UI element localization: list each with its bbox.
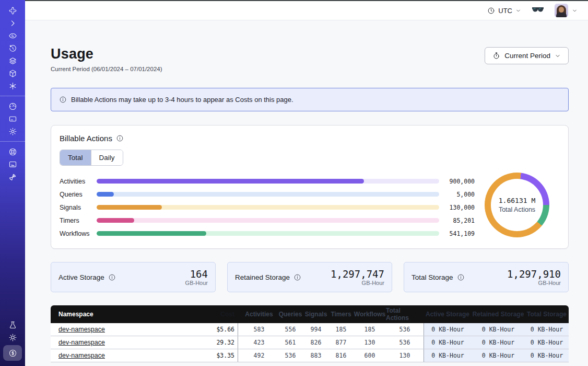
bar-row-activities: Activities 900,000: [60, 175, 475, 188]
donut-value: 1.66131 M: [499, 197, 535, 204]
chevron-down-icon: [555, 53, 561, 59]
bar-label: Activities: [60, 178, 97, 185]
tab-total[interactable]: Total: [60, 150, 91, 165]
timezone-label: UTC: [498, 7, 512, 15]
topbar: UTC: [25, 0, 588, 20]
account-menu[interactable]: [555, 4, 578, 17]
gear-icon[interactable]: [5, 125, 20, 138]
terminal-screen-icon[interactable]: [5, 158, 20, 170]
cell-cost: $5.66: [181, 323, 234, 336]
active-nav-highlight: [3, 345, 22, 361]
sidebar: [0, 0, 25, 366]
timezone-selector[interactable]: UTC: [487, 7, 521, 15]
cell-total-storage: 0 KB-Hour: [525, 336, 569, 349]
cell-signals: 826: [303, 336, 328, 349]
rocket-icon[interactable]: [5, 170, 20, 183]
cell-workflows: 185: [354, 323, 386, 336]
dollar-coin-icon[interactable]: [5, 347, 20, 359]
namespace-link[interactable]: dev-namespace: [58, 352, 105, 359]
asterisk-icon[interactable]: [5, 79, 20, 92]
cube-icon[interactable]: [5, 67, 20, 79]
info-banner: Billable Actions may take up to 3-4 hour…: [51, 88, 569, 111]
total-storage-card: Total Storage 1,297,910 GB-Hour: [404, 262, 569, 292]
billable-actions-title: Billable Actions: [60, 134, 112, 143]
cell-active-storage: 0 KB-Hour: [424, 323, 472, 336]
info-icon[interactable]: [457, 273, 465, 281]
bar-fill: [97, 179, 364, 184]
cell-total-actions: 536: [386, 323, 424, 336]
tab-daily[interactable]: Daily: [91, 150, 123, 165]
table-row: dev-namespace $5.66 583 556 994 185 185 …: [51, 323, 569, 336]
cell-signals: 994: [303, 323, 328, 336]
chevron-down-icon: [515, 8, 521, 14]
history-clock-icon[interactable]: [5, 42, 20, 54]
info-icon[interactable]: [108, 273, 116, 281]
col-header-activities: Activities: [241, 305, 277, 323]
bar-fill: [97, 218, 134, 223]
cell-timers: 877: [328, 336, 354, 349]
billable-actions-card: Billable Actions Total Daily Activities …: [51, 125, 569, 249]
cell-cost: 29.32: [181, 336, 234, 349]
cell-activities: 423: [241, 336, 277, 349]
eye-icon[interactable]: [5, 29, 20, 42]
retained-storage-card: Retained Storage 1,297,747 GB-Hour: [227, 262, 392, 292]
layers-icon[interactable]: [5, 54, 20, 67]
banner-text: Billable Actions may take up to 3-4 hour…: [71, 96, 293, 104]
info-icon[interactable]: [59, 96, 67, 104]
cell-retained-storage: 0 KB-Hour: [472, 336, 525, 349]
avatar[interactable]: [555, 4, 568, 17]
active-storage-card: Active Storage 164 GB-Hour: [51, 262, 216, 292]
col-header-signals: Signals: [303, 305, 328, 323]
collapse-chevron-icon[interactable]: [5, 17, 20, 29]
bar-track: [97, 218, 439, 223]
bar-value: 130,000: [442, 204, 475, 211]
cell-total-storage: 0 KB-Hour: [525, 349, 569, 362]
col-header-cost: Cost: [181, 305, 234, 323]
storage-card-label: Retained Storage: [235, 273, 290, 281]
col-header-workflows: Workflows: [354, 305, 386, 323]
cell-total-actions: 536: [386, 336, 424, 349]
storage-card-label: Active Storage: [58, 273, 104, 281]
cell-queries: 536: [277, 349, 303, 362]
gauge-icon[interactable]: [5, 100, 20, 112]
period-button-label: Current Period: [504, 52, 550, 60]
info-icon[interactable]: [116, 134, 124, 142]
col-header-namespace: Namespace: [51, 305, 181, 323]
table-header: Namespace Cost Activities Queries Signal…: [51, 305, 569, 323]
bar-row-queries: Queries 5,000: [60, 188, 475, 201]
sun-icon[interactable]: [5, 331, 20, 344]
cell-queries: 556: [277, 323, 303, 336]
storage-card-value: 1,297,747: [331, 269, 384, 279]
namespace-link[interactable]: dev-namespace: [58, 339, 105, 346]
bar-label: Signals: [60, 204, 97, 211]
bar-track: [97, 205, 439, 210]
clock-icon: [487, 7, 495, 15]
cell-active-storage: 0 KB-Hour: [424, 336, 472, 349]
namespace-link[interactable]: dev-namespace: [58, 326, 105, 333]
table-row: dev-namespace 29.32 423 561 826 877 130 …: [51, 336, 569, 349]
page-title: Usage: [51, 46, 162, 62]
temporal-logo-icon[interactable]: [5, 4, 20, 17]
col-header-total-actions: Total Actions: [386, 305, 424, 323]
col-header-timers: Timers: [328, 305, 354, 323]
lifebuoy-icon[interactable]: [5, 145, 20, 158]
sidebar-divider: [0, 96, 25, 96]
cell-total-actions: 130: [386, 349, 424, 362]
storage-summary-row: Active Storage 164 GB-Hour Retained Stor…: [51, 262, 569, 292]
info-icon[interactable]: [293, 273, 301, 281]
bar-track: [97, 192, 439, 197]
bar-track: [97, 179, 439, 184]
flask-icon[interactable]: [5, 318, 20, 331]
cell-timers: 816: [328, 349, 354, 362]
bar-value: 541,109: [442, 230, 475, 237]
credit-card-icon[interactable]: [5, 112, 20, 125]
storage-card-value: 164: [185, 269, 208, 279]
glasses-icon[interactable]: [532, 7, 544, 14]
bar-row-timers: Timers 85,201: [60, 214, 475, 227]
col-header-active-storage: Active Storage: [424, 305, 472, 323]
stopwatch-icon: [492, 52, 500, 60]
cell-activities: 583: [241, 323, 277, 336]
current-period-dropdown[interactable]: Current Period: [485, 47, 569, 64]
donut-label: Total Actions: [499, 206, 535, 213]
bar-label: Timers: [60, 217, 97, 224]
